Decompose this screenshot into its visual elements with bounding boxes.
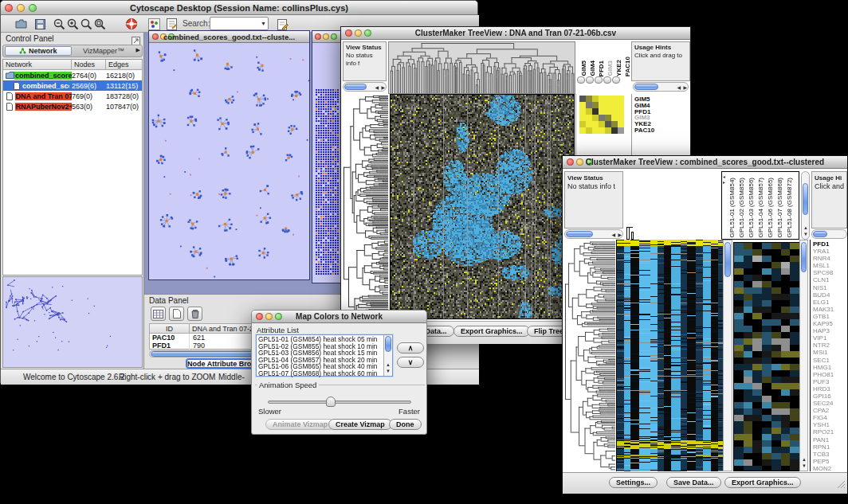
tab-overflow-icon[interactable]: ▶ [136, 47, 140, 53]
network-frame-titlebar[interactable]: combined_scores_good.txt--cluste... [149, 31, 309, 43]
tv1-status-hscrollbar[interactable]: ◀ ▶ [343, 82, 387, 92]
help-lifesaver-icon[interactable] [124, 17, 139, 31]
tv2-gene-label[interactable]: HMG1 [813, 364, 847, 371]
tv2-column-label[interactable]: GPL51-07 (GSM868) [776, 178, 783, 238]
tv2-gene-label[interactable]: RPN1 [813, 443, 847, 451]
tv2-gene-label[interactable]: MAK31 [813, 306, 847, 313]
tv2-gene-label[interactable]: MON2 [813, 465, 847, 471]
label-pane-arrows-icon[interactable]: ◂▸ [723, 174, 725, 185]
dense-network-canvas[interactable] [316, 89, 340, 275]
map-dialog-titlebar[interactable]: Map Colors to Network [252, 311, 426, 323]
move-up-button[interactable]: ∧ [397, 342, 424, 354]
network-table-row[interactable]: combined_sco2569(6)13112(15) [3, 80, 142, 91]
tv2-gene-label[interactable]: NIS1 [813, 284, 847, 291]
tv1-usage-hscroll-thumb[interactable] [634, 84, 658, 90]
tv2-detail-vscroll-thumb[interactable] [801, 242, 807, 272]
tv1-detail-heatmap[interactable] [579, 96, 624, 134]
attribute-list-item[interactable]: GPL51-07 (GSM868) heat shock 60 min [258, 370, 391, 377]
network-table-row[interactable]: combined_scores2764(0)16218(0) [3, 70, 142, 80]
tv1-zoom-out-button[interactable] [586, 76, 594, 84]
tv2-main-heatmap[interactable] [616, 240, 723, 471]
tv1-detail-column-label[interactable]: GIM5 [580, 61, 587, 76]
minimize-button[interactable] [323, 33, 329, 40]
tv2-detail-vscrollbar[interactable]: ▲ ▼ [799, 240, 808, 471]
tab-vizmapper[interactable]: VizMapper™ [75, 46, 132, 56]
tv1-status-hscroll-thumb[interactable] [344, 84, 367, 90]
tv2-gene-label[interactable]: PEP5 [813, 458, 847, 465]
tv2-gene-label[interactable]: PAN1 [813, 436, 847, 443]
select-attributes-icon[interactable] [151, 307, 166, 321]
network-name[interactable]: combined_scores [14, 72, 72, 80]
edit-attributes-icon[interactable] [275, 17, 289, 31]
create-vizmap-button[interactable]: Create Vizmap [328, 419, 392, 430]
search-dropdown-icon[interactable]: ▼ [261, 21, 266, 26]
tv2-gene-label[interactable]: NTR2 [813, 342, 847, 349]
tv2-detail-heatmap[interactable] [733, 242, 800, 471]
cytoscape-titlebar[interactable]: Cytoscape Desktop (Session Name: collins… [1, 1, 477, 15]
zoom-in-icon[interactable] [65, 17, 80, 31]
attr-col-id[interactable]: ID [150, 324, 190, 334]
tv2-main-vscroll-thumb[interactable] [724, 242, 731, 277]
tv2-export-graphics-button[interactable]: Export Graphics... [724, 477, 801, 488]
tv2-gene-label[interactable]: YRA1 [813, 248, 847, 255]
network-name[interactable]: RNAPuberNov2+ [15, 103, 73, 111]
tv2-labels-vscrollbar[interactable]: ▲ ▼ [801, 171, 810, 240]
tv2-gene-label[interactable]: ELG1 [813, 299, 847, 306]
network-overview-panel[interactable] [2, 276, 143, 368]
treeview1-titlebar[interactable]: ClusterMaker TreeView : DNA and Tran 07-… [341, 27, 690, 40]
scroll-down-icon[interactable]: ▼ [803, 231, 808, 238]
tv2-main-vscrollbar[interactable] [723, 240, 732, 471]
network-table-row[interactable]: RNAPuberNov2+563(0)107847(0) [3, 101, 142, 111]
tv1-select-button[interactable] [603, 76, 611, 84]
done-button[interactable]: Done [389, 419, 422, 430]
search-input[interactable]: ▼ [210, 17, 269, 30]
tv2-column-dendrogram[interactable] [625, 171, 720, 240]
tv2-gene-label[interactable]: CLN1 [813, 276, 847, 283]
tv1-zoom-in-button[interactable] [577, 76, 585, 84]
open-file-icon[interactable] [14, 17, 28, 31]
tab-network[interactable]: Network [5, 46, 72, 56]
resize-grip-icon[interactable] [836, 478, 846, 492]
tv2-row-dendrogram[interactable] [564, 240, 615, 471]
tv2-gene-label[interactable]: PFD1 [813, 240, 847, 248]
save-icon[interactable] [33, 17, 47, 31]
tv2-column-label[interactable]: GPL51-01 (GSM854) [728, 178, 736, 238]
zoom-button[interactable] [331, 33, 337, 40]
tv2-gene-label[interactable]: KAP95 [813, 320, 847, 327]
scroll-right-icon[interactable]: ▶ [683, 84, 687, 92]
move-down-button[interactable]: ∨ [397, 357, 424, 368]
col-header-network[interactable]: Network [3, 60, 72, 70]
attribute-list-vscrollbar[interactable]: ▲ ▼ [383, 335, 392, 376]
tv2-gene-label[interactable]: GPI16 [813, 393, 847, 400]
tv1-detail-column-label[interactable]: PFD1 [598, 61, 605, 76]
tv2-save-data-button[interactable]: Save Data... [666, 477, 721, 488]
tv2-gene-label[interactable]: FIG4 [813, 414, 847, 421]
tv2-gene-label[interactable]: GTB1 [813, 313, 847, 320]
scroll-left-icon[interactable]: ◀ [611, 232, 615, 239]
tv1-usage-hscrollbar[interactable]: ◀ ▶ [633, 82, 689, 92]
tv2-gene-label[interactable]: VIP1 [813, 334, 847, 342]
tv1-global-heatmap[interactable] [390, 94, 575, 319]
zoom-selected-icon[interactable] [92, 17, 107, 31]
col-header-edges[interactable]: Edges [106, 60, 142, 70]
tv2-column-label[interactable]: GPL51-06 (GSM865) [767, 178, 774, 238]
node-attribute-browser-tab[interactable]: Node Attribute Brows [186, 358, 259, 369]
network-frame-hidden-titlebar[interactable] [312, 31, 344, 43]
attribute-list-vscroll-thumb[interactable] [385, 336, 391, 352]
animate-vizmap-button[interactable]: Animate Vizmap [265, 419, 335, 430]
tv1-pan-button[interactable] [595, 76, 603, 84]
treeview2-titlebar[interactable]: ClusterMaker TreeView : combined_scores_… [563, 156, 847, 169]
annotation-icon[interactable] [164, 17, 179, 31]
new-attribute-icon[interactable] [169, 307, 184, 321]
tv2-gene-label[interactable]: SPC98 [813, 269, 847, 276]
tv2-status-hscroll-thumb[interactable] [566, 231, 593, 237]
tv2-gene-label[interactable]: SEC24 [813, 400, 847, 407]
network-canvas[interactable] [149, 43, 309, 279]
tv2-gene-label[interactable]: PHO81 [813, 371, 847, 378]
tv2-settings-button[interactable]: Settings... [609, 477, 658, 488]
scroll-left-icon[interactable]: ◀ [677, 84, 681, 92]
tv2-gene-label[interactable]: CPA2 [813, 407, 847, 414]
tv2-status-hscrollbar[interactable]: ◀ ▶ [564, 229, 623, 239]
tv1-export-graphics-button[interactable]: Export Graphics... [453, 326, 530, 337]
scroll-left-icon[interactable]: ◀ [375, 84, 379, 92]
